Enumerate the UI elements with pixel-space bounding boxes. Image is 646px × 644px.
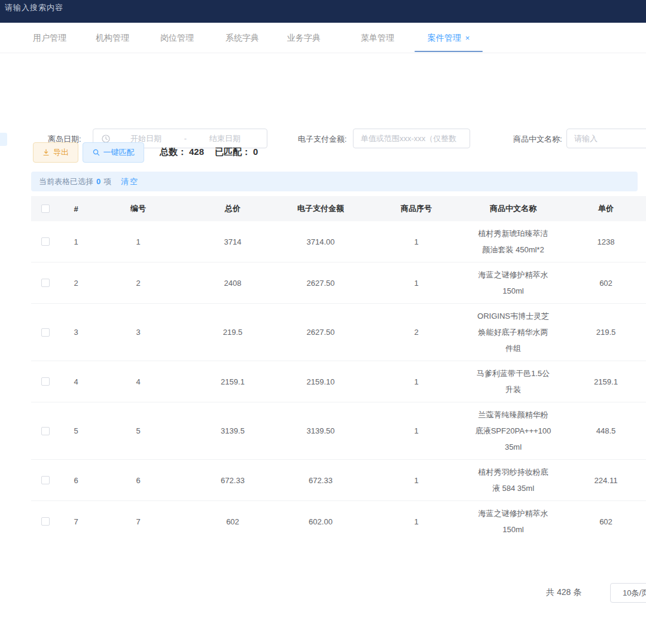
tab-用户管理[interactable]: 用户管理: [33, 23, 66, 53]
end-date-placeholder: 结束日期: [189, 133, 261, 144]
selection-bar: 当前表格已选择 0 项 清空: [31, 172, 638, 191]
pagination-total: 共 428 条: [546, 587, 581, 598]
tab-label: 菜单管理: [361, 33, 394, 42]
global-search-input[interactable]: 请输入搜索内容: [5, 2, 63, 13]
row-checkbox[interactable]: [41, 328, 50, 337]
row-unit-price: 224.11: [554, 460, 646, 501]
clipped-left-widget: [0, 133, 7, 146]
close-icon[interactable]: ×: [465, 33, 470, 42]
select-all-checkbox-cell: [31, 196, 60, 221]
table-row: 77602602.001海蓝之谜修护精萃水 150ml602: [31, 501, 646, 541]
row-checkbox-cell: [31, 263, 60, 304]
table-container: #编号总价电子支付金额商品序号商品中文名称单价 1137143714.001植村…: [31, 196, 646, 540]
row-checkbox[interactable]: [41, 427, 50, 435]
date-range-separator: -: [182, 134, 189, 143]
epay-amount-label: 电子支付金额:: [298, 134, 347, 145]
row-total: 602: [184, 501, 281, 541]
tab-岗位管理[interactable]: 岗位管理: [160, 23, 194, 53]
export-button[interactable]: 导出: [33, 142, 78, 163]
row-epay: 3139.50: [281, 402, 360, 460]
column-header: 电子支付金额: [281, 196, 360, 221]
column-header: 编号: [92, 196, 184, 221]
row-product-name: 海蓝之谜修护精萃水 150ml: [473, 263, 554, 304]
row-checkbox-cell: [31, 460, 60, 501]
column-header: 单价: [554, 196, 646, 221]
matched-value: 0: [253, 146, 258, 157]
row-checkbox-cell: [31, 304, 60, 361]
row-checkbox[interactable]: [41, 237, 50, 246]
row-item-no: 1: [360, 361, 473, 402]
row-index: 1: [60, 221, 92, 263]
row-unit-price: 602: [554, 501, 646, 541]
row-code: 1: [92, 221, 184, 263]
selection-count: 0: [96, 177, 100, 186]
row-epay: 2627.50: [281, 304, 360, 361]
row-index: 5: [60, 402, 92, 460]
table-row: 1137143714.001植村秀新琥珀臻萃洁颜油套装 450ml*21238: [31, 221, 646, 263]
row-code: 3: [92, 304, 184, 361]
row-unit-price: 219.5: [554, 304, 646, 361]
table-body: 1137143714.001植村秀新琥珀臻萃洁颜油套装 450ml*212382…: [31, 221, 646, 540]
filter-row: 离岛日期: 开始日期 - 结束日期 电子支付金额: 商品中文名称:: [0, 53, 646, 101]
table-row: 2224082627.501海蓝之谜修护精萃水 150ml602: [31, 263, 646, 304]
tab-label: 业务字典: [287, 33, 321, 42]
row-unit-price: 2159.1: [554, 361, 646, 402]
row-code: 2: [92, 263, 184, 304]
row-index: 6: [60, 460, 92, 501]
clear-selection-link[interactable]: 清空: [121, 176, 139, 187]
download-icon: [42, 149, 50, 156]
tab-业务字典[interactable]: 业务字典: [287, 23, 321, 53]
row-product-name: 兰蔻菁纯臻颜精华粉底液SPF20PA+++100 35ml: [473, 402, 554, 460]
row-unit-price: 1238: [554, 221, 646, 263]
row-item-no: 1: [360, 501, 473, 541]
table-row: 66672.33672.331植村秀羽纱持妆粉底液 584 35ml224.11: [31, 460, 646, 501]
column-header: 商品中文名称: [473, 196, 554, 221]
search-icon: [93, 149, 100, 156]
row-code: 5: [92, 402, 184, 460]
page-size-select[interactable]: 10条/页: [610, 583, 646, 603]
tab-label: 系统字典: [226, 33, 259, 42]
match-button-label: 一键匹配: [103, 147, 135, 158]
row-epay: 602.00: [281, 501, 360, 541]
row-total: 2159.1: [184, 361, 281, 402]
row-index: 7: [60, 501, 92, 541]
epay-amount-input[interactable]: [353, 129, 470, 148]
column-header: #: [60, 196, 92, 221]
row-checkbox[interactable]: [41, 279, 50, 287]
row-code: 4: [92, 361, 184, 402]
row-checkbox[interactable]: [41, 476, 50, 484]
screen: 请输入搜索内容 用户管理机构管理岗位管理系统字典业务字典菜单管理案件管理× 离岛…: [0, 0, 646, 644]
row-epay: 3714.00: [281, 221, 360, 263]
tab-案件管理[interactable]: 案件管理×: [415, 23, 483, 53]
row-checkbox-cell: [31, 361, 60, 402]
row-total: 2408: [184, 263, 281, 304]
select-all-checkbox[interactable]: [41, 205, 50, 213]
row-checkbox-cell: [31, 501, 60, 541]
tab-机构管理[interactable]: 机构管理: [96, 23, 129, 53]
tab-菜单管理[interactable]: 菜单管理: [361, 23, 394, 53]
product-name-input[interactable]: [566, 129, 646, 148]
row-checkbox-cell: [31, 402, 60, 460]
table-row: 553139.53139.501兰蔻菁纯臻颜精华粉底液SPF20PA+++100…: [31, 402, 646, 460]
row-checkbox-cell: [31, 221, 60, 263]
row-index: 3: [60, 304, 92, 361]
row-unit-price: 602: [554, 263, 646, 304]
row-checkbox[interactable]: [41, 517, 50, 526]
row-epay: 2159.10: [281, 361, 360, 402]
row-product-name: 马爹利蓝带干邑1.5公升装: [473, 361, 554, 402]
row-product-name: 植村秀羽纱持妆粉底液 584 35ml: [473, 460, 554, 501]
column-header: 总价: [184, 196, 281, 221]
table-row: 33219.52627.502ORIGINS韦博士灵芝焕能好底子精华水两件组21…: [31, 304, 646, 361]
row-code: 7: [92, 501, 184, 541]
row-total: 3714: [184, 221, 281, 263]
row-item-no: 1: [360, 221, 473, 263]
tab-label: 用户管理: [33, 33, 66, 42]
tab-系统字典[interactable]: 系统字典: [226, 23, 259, 53]
one-click-match-button[interactable]: 一键匹配: [83, 142, 144, 163]
row-total: 3139.5: [184, 402, 281, 460]
clock-icon: [102, 135, 110, 143]
tab-label: 岗位管理: [160, 33, 194, 42]
row-product-name: 植村秀新琥珀臻萃洁颜油套装 450ml*2: [473, 221, 554, 263]
product-name-label: 商品中文名称:: [513, 134, 562, 145]
row-checkbox[interactable]: [41, 377, 50, 386]
